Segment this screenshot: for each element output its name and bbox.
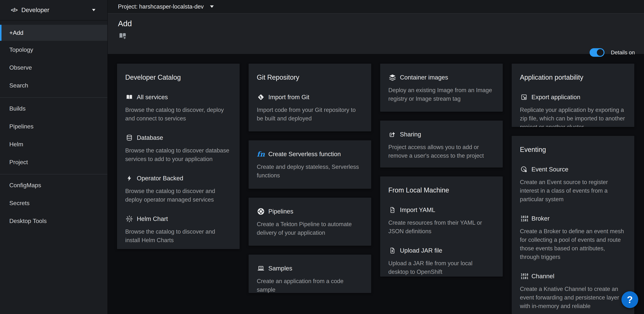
item-pipelines[interactable]: Pipelines Create a Tekton Pipeline to au… xyxy=(257,207,362,237)
item-title: Import YAML xyxy=(400,206,435,214)
sidebar-item-pipelines[interactable]: Pipelines xyxy=(0,117,107,135)
item-title: Event Source xyxy=(532,166,568,173)
helm-icon: HELM xyxy=(125,215,134,223)
item-export-application[interactable]: Export application Replicate your applic… xyxy=(520,93,625,127)
card-column: Developer Catalog All services Brow xyxy=(117,64,240,314)
file-upload-icon xyxy=(388,247,396,255)
svg-text:1101: 1101 xyxy=(521,219,528,222)
samples-icon xyxy=(257,264,265,273)
item-operator-backed[interactable]: Operator Backed Browse the catalog to di… xyxy=(125,174,231,204)
card-title: Eventing xyxy=(520,146,625,154)
pipelines-icon xyxy=(257,207,265,216)
card-samples: Samples Create an application from a cod… xyxy=(248,255,371,293)
code-icon: </> xyxy=(11,7,17,13)
item-title: Channel xyxy=(532,273,554,280)
item-description: Browse the catalog to discover, deploy a… xyxy=(125,106,231,123)
question-mark-icon: ? xyxy=(627,294,633,305)
item-title: Import from Git xyxy=(268,94,309,101)
item-upload-jar-file[interactable]: Upload JAR file Upload a JAR file from y… xyxy=(388,247,494,276)
item-description: Create a Broker to define an event mesh … xyxy=(520,227,625,261)
card-application-portability: Application portability Export applicati… xyxy=(512,64,634,127)
card-container-images: Container images Deploy an existing Imag… xyxy=(380,64,503,112)
sidebar-item-search[interactable]: Search xyxy=(0,76,107,94)
book-plus-icon[interactable] xyxy=(118,31,127,40)
sidebar-item-configmaps[interactable]: ConfigMaps xyxy=(0,176,107,194)
sidebar-divider xyxy=(0,174,107,174)
sidebar-item-observe[interactable]: Observe xyxy=(0,59,107,76)
item-create-serverless-function[interactable]: fn Create Serverless function Create and… xyxy=(257,150,362,180)
card-title: Developer Catalog xyxy=(125,73,231,81)
item-description: Browse the catalog to discover and insta… xyxy=(125,228,231,245)
card-serverless-function: fn Create Serverless function Create and… xyxy=(248,140,371,189)
perspective-switcher[interactable]: </> Developer xyxy=(0,0,107,20)
svg-text:HELM: HELM xyxy=(127,218,132,220)
item-import-from-git[interactable]: Import from Git Import code from your Gi… xyxy=(257,93,362,123)
item-description: Browse the catalog to discover and deplo… xyxy=(125,187,231,204)
broker-icon: 1010 1101 xyxy=(520,214,528,223)
card-developer-catalog: Developer Catalog All services Brow xyxy=(117,64,240,249)
sidebar-item-topology[interactable]: Topology xyxy=(0,41,107,59)
item-title: Operator Backed xyxy=(137,175,183,182)
sidebar-item-project[interactable]: Project xyxy=(0,153,107,171)
item-import-yaml[interactable]: Import YAML Create resources from their … xyxy=(388,206,494,236)
item-description: Create an Event source to register inter… xyxy=(520,178,625,204)
item-description: Project access allows you to add or remo… xyxy=(388,143,494,160)
item-database[interactable]: Database Browse the catalog to discover … xyxy=(125,134,231,163)
sidebar-item-helm[interactable]: Helm xyxy=(0,135,107,153)
item-description: Create a Tekton Pipeline to automate del… xyxy=(257,220,362,237)
card-pipelines: Pipelines Create a Tekton Pipeline to au… xyxy=(248,198,371,246)
item-channel[interactable]: 1010 1101 Channel Create a Knative Chann… xyxy=(520,272,625,311)
fn-icon: fn xyxy=(257,150,265,158)
sidebar-item-add[interactable]: +Add xyxy=(0,25,107,41)
layers-icon xyxy=(388,73,396,81)
card-column: Container images Deploy an existing Imag… xyxy=(380,64,503,314)
git-icon xyxy=(257,93,265,101)
item-event-source[interactable]: Event Source Create an Event source to r… xyxy=(520,165,625,204)
item-title: Container images xyxy=(400,74,448,81)
chevron-down-icon xyxy=(92,9,96,11)
item-description: Create a Knative Channel to create an ev… xyxy=(520,285,625,311)
card-git-repository: Git Repository xyxy=(248,64,371,131)
add-page-content: Developer Catalog All services Brow xyxy=(108,54,644,314)
file-code-icon xyxy=(388,206,396,214)
svg-text:1010: 1010 xyxy=(521,273,528,276)
details-toggle[interactable] xyxy=(590,48,604,57)
share-icon xyxy=(388,130,396,138)
item-description: Upload a JAR file from your local deskto… xyxy=(388,259,494,276)
help-button[interactable]: ? xyxy=(622,291,638,308)
svg-text:1010: 1010 xyxy=(521,215,528,219)
item-title: Pipelines xyxy=(268,208,293,215)
sidebar-item-desktop-tools[interactable]: Desktop Tools xyxy=(0,212,107,230)
event-source-icon xyxy=(520,165,528,173)
channel-icon: 1010 1101 xyxy=(520,272,528,280)
project-label: Project: harshcasper-localsta-dev xyxy=(118,3,204,10)
item-helm-chart[interactable]: HELM Helm Chart Browse the catalog to di… xyxy=(125,215,231,245)
main-region: Project: harshcasper-localsta-dev Add De… xyxy=(108,0,644,314)
item-title: Broker xyxy=(532,215,550,222)
sidebar-item-secrets[interactable]: Secrets xyxy=(0,194,107,212)
item-all-services[interactable]: All services Browse the catalog to disco… xyxy=(125,93,231,123)
page-header: Add Details on xyxy=(108,13,644,54)
item-description: Deploy an existing Image from an Image r… xyxy=(388,86,494,103)
toggle-knob xyxy=(597,49,604,56)
item-container-images[interactable]: Container images Deploy an existing Imag… xyxy=(388,73,494,103)
export-icon xyxy=(520,93,528,101)
card-column: Application portability Export applicati… xyxy=(512,64,634,314)
masthead: Project: harshcasper-localsta-dev xyxy=(108,0,644,13)
item-title: Database xyxy=(137,134,163,141)
item-broker[interactable]: 1010 1101 Broker Create a Broker to defi… xyxy=(520,214,625,261)
item-sharing[interactable]: Sharing Project access allows you to add… xyxy=(388,130,494,160)
card-sharing: Sharing Project access allows you to add… xyxy=(380,121,503,168)
details-toggle-group: Details on xyxy=(590,48,635,57)
card-column: Git Repository xyxy=(248,64,371,314)
sidebar-item-builds[interactable]: Builds xyxy=(0,100,107,117)
card-title: Application portability xyxy=(520,73,625,81)
item-description: Create and deploy stateless, Serverless … xyxy=(257,163,362,180)
item-title: Samples xyxy=(268,265,292,272)
project-selector[interactable]: Project: harshcasper-localsta-dev xyxy=(118,3,214,10)
item-description: Import code from your Git repository to … xyxy=(257,106,362,123)
item-title: Create Serverless function xyxy=(268,151,341,158)
svg-text:1101: 1101 xyxy=(521,276,528,280)
item-title: All services xyxy=(137,94,168,101)
item-samples[interactable]: Samples Create an application from a cod… xyxy=(257,264,362,293)
